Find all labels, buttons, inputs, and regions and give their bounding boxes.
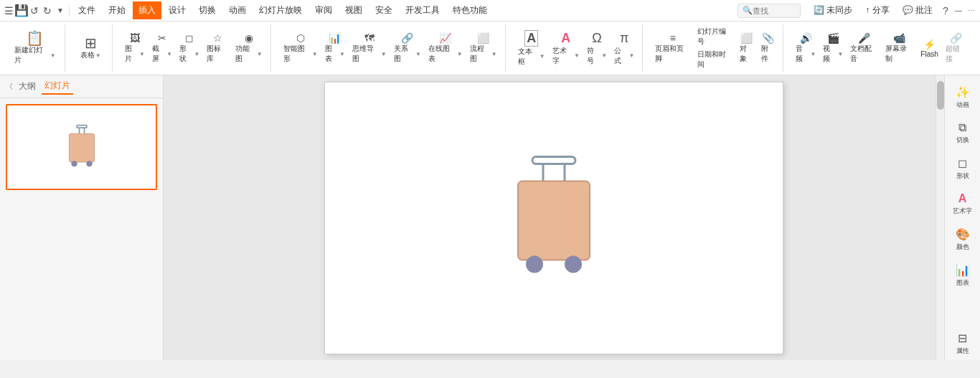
funcmap-button[interactable]: ◉ 功能图▼ (233, 32, 265, 65)
main-area: 《 大纲 幻灯片 1 (0, 75, 980, 360)
right-panel-shape[interactable]: ◻ 形状 (947, 152, 979, 185)
flash-button[interactable]: ⚡ Flash (918, 38, 940, 59)
flash-icon: ⚡ (923, 39, 936, 50)
menu-animation[interactable]: 动画 (223, 1, 252, 19)
attachment-button[interactable]: 📎 附件 (759, 32, 778, 65)
textbox-button[interactable]: A 文本框▼ (516, 29, 547, 67)
tab-outline[interactable]: 大纲 (16, 79, 39, 94)
ribbon-group-insert: 🖼 图片▼ ✂ 截屏▼ ◻ 形状▼ ☆ 图标库 ◉ 功能图▼ (117, 24, 271, 72)
slide-thumbnail[interactable] (6, 104, 157, 190)
right-panel-props[interactable]: ⊟ 属性 (947, 327, 979, 360)
image-button[interactable]: 🖼 图片▼ (123, 32, 147, 65)
ribbon-group-table: ⊞ 表格▼ (70, 24, 113, 72)
funcmap-label: 功能图▼ (235, 44, 263, 64)
mindmap-button[interactable]: 🗺 思维导图▼ (350, 32, 389, 65)
slidenum-button[interactable]: 幻灯片编号 (695, 26, 735, 47)
search-box[interactable]: 🔍 (738, 4, 801, 18)
svg-point-10 (526, 255, 543, 273)
sync-btn[interactable]: 🔄 未同步 (808, 1, 858, 19)
panel-toggle[interactable]: 《 (6, 82, 13, 92)
menu-insert[interactable]: 插入 (133, 1, 161, 19)
right-panel-artword[interactable]: A 艺术字 (947, 188, 979, 220)
scrollbar-vertical[interactable] (936, 75, 944, 360)
right-panel-animation[interactable]: ✨ 动画 (947, 81, 979, 114)
shape-icon: ◻ (185, 32, 194, 44)
smartshape-button[interactable]: ⬡ 智能图形▼ (281, 32, 320, 65)
artword-right-icon: A (958, 192, 967, 205)
svg-rect-0 (77, 126, 87, 128)
menu-slideshow[interactable]: 幻灯片放映 (253, 1, 308, 19)
redo-icon[interactable]: ↻ (42, 5, 53, 16)
hyperlink-button[interactable]: 🔗 超链接 (943, 32, 969, 65)
screenrec-button[interactable]: 📹 屏幕录制 (883, 32, 915, 65)
screenshot-button[interactable]: ✂ 截屏▼ (150, 32, 174, 65)
slidenum-label: 幻灯片编号 (697, 27, 732, 47)
right-panel-transition[interactable]: ⧉ 切换 (947, 117, 979, 149)
more-icon[interactable]: ▼ (55, 5, 66, 16)
svg-rect-9 (518, 181, 590, 260)
voiceover-button[interactable]: 🎤 文档配音 (848, 32, 880, 65)
attachment-icon: 📎 (762, 32, 774, 44)
menu-transition[interactable]: 切换 (193, 1, 222, 19)
slide-area[interactable] (164, 75, 944, 360)
screenrec-label: 屏幕录制 (885, 44, 913, 64)
flow-icon: ⬜ (477, 32, 489, 44)
table-button[interactable]: ⊞ 表格▼ (76, 34, 105, 62)
save-icon[interactable]: 💾 (16, 5, 27, 16)
menu-security[interactable]: 安全 (369, 1, 398, 19)
smartshape-label: 智能图形▼ (283, 44, 318, 64)
menu-devtools[interactable]: 开发工具 (400, 1, 446, 19)
minimize-icon[interactable]: — (953, 5, 964, 16)
ribbon-group-media: 🔊 音频▼ 🎬 视频▼ 🎤 文档配音 📹 屏幕录制 ⚡ Flash (788, 24, 974, 72)
audio-button[interactable]: 🔊 音频▼ (793, 32, 818, 65)
scrollbar-thumb[interactable] (937, 81, 944, 110)
video-button[interactable]: 🎬 视频▼ (821, 32, 845, 65)
new-slide-button[interactable]: 📋 新建幻灯片▼ (11, 29, 59, 67)
artword-icon: A (561, 31, 570, 46)
svg-point-4 (71, 161, 77, 166)
luggage-container[interactable] (507, 143, 600, 278)
undo-icon[interactable]: ↺ (29, 5, 40, 16)
menu-home[interactable]: 开始 (103, 1, 131, 19)
symbol-button[interactable]: Ω 符号▼ (585, 30, 609, 67)
help-icon[interactable]: ? (940, 5, 951, 16)
new-slide-icon: 📋 (26, 31, 44, 45)
datetime-button[interactable]: 日期和时间 (695, 49, 735, 70)
flow-label: 流程图▼ (470, 44, 497, 64)
relation-button[interactable]: 🔗 关系图▼ (392, 32, 423, 65)
menu-review[interactable]: 审阅 (309, 1, 338, 19)
menu-file[interactable]: 文件 (72, 1, 101, 19)
chart-button[interactable]: 📊 图表▼ (323, 32, 347, 65)
artword-button[interactable]: A 艺术字▼ (550, 30, 582, 67)
video-label: 视频▼ (823, 44, 843, 64)
image-icon: 🖼 (130, 32, 140, 44)
tab-slides[interactable]: 幻灯片 (42, 78, 73, 95)
slide-thumb-area[interactable]: 1 (0, 98, 163, 360)
panel-tabs: 《 大纲 幻灯片 (0, 75, 163, 98)
more-options-icon[interactable]: ⋯ (966, 5, 977, 16)
object-button[interactable]: ⬜ 对象 (738, 32, 756, 65)
right-panel-chart[interactable]: 📊 图表 (947, 259, 979, 292)
comment-btn[interactable]: 💬 批注 (897, 1, 938, 19)
slide-canvas[interactable] (324, 82, 783, 354)
shape-button[interactable]: ◻ 形状▼ (177, 32, 202, 65)
menu-special[interactable]: 特色功能 (447, 1, 493, 19)
menu-design[interactable]: 设计 (163, 1, 192, 19)
menu-icon[interactable]: ☰ (3, 5, 14, 16)
iconlib-button[interactable]: ☆ 图标库 (204, 32, 230, 65)
artword-label: 艺术字▼ (552, 46, 580, 66)
headerfoot-icon: ≡ (670, 32, 676, 44)
share-btn[interactable]: ↑ 分享 (859, 1, 895, 19)
search-input[interactable] (753, 6, 796, 15)
formula-button[interactable]: π 公式▼ (612, 30, 636, 67)
flow-button[interactable]: ⬜ 流程图▼ (468, 32, 499, 65)
ribbon-group-header: ≡ 页眉和页脚 幻灯片编号 日期和时间 ⬜ 对象 📎 (647, 24, 783, 72)
menu-bar: ☰ 💾 ↺ ↻ ▼ 文件 开始 插入 设计 切换 动画 幻灯片放映 审阅 视图 … (0, 0, 980, 22)
headerfoot-button[interactable]: ≡ 页眉和页脚 (653, 32, 692, 65)
left-panel: 《 大纲 幻灯片 1 (0, 75, 164, 360)
chart-right-label: 图表 (956, 278, 969, 288)
right-panel-color[interactable]: 🎨 颜色 (947, 223, 979, 256)
datetime-label: 日期和时间 (697, 49, 732, 70)
onlinechart-button[interactable]: 📈 在线图表▼ (426, 32, 465, 65)
menu-view[interactable]: 视图 (339, 1, 368, 19)
